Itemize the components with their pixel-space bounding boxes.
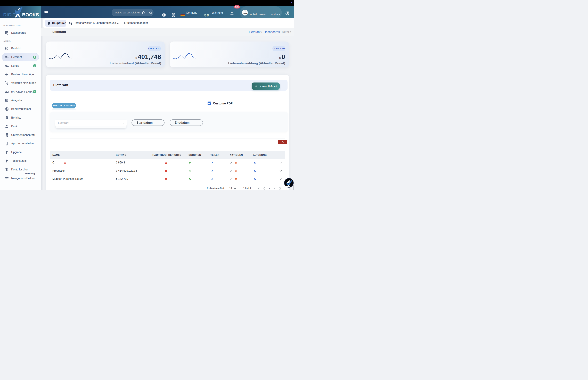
svg-text:DIGIT: DIGIT — [3, 12, 16, 17]
svg-text:Smart: Smart — [243, 13, 247, 15]
svg-text:€: € — [207, 14, 208, 16]
svg-text:BOOKS: BOOKS — [22, 12, 39, 17]
svg-text:$: $ — [6, 100, 7, 101]
svg-text:NA: NA — [244, 11, 246, 13]
